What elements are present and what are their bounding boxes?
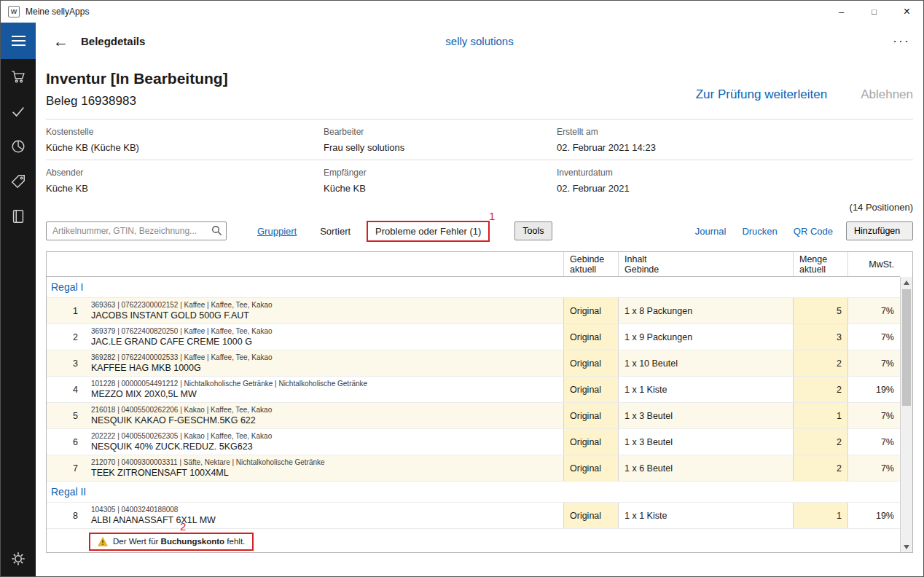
inhalt-cell[interactable]: 1 x 10 Beutel [618, 350, 793, 376]
inhalt-cell[interactable]: 1 x 3 Beutel [618, 429, 793, 455]
article-meta: 369363 | 07622300002152 | Kaffee | Kaffe… [91, 301, 273, 309]
app-window: W Meine sellyApps – □ × ← Belegdetails s… [0, 0, 924, 577]
grouped-toggle[interactable]: Gruppiert [257, 226, 297, 237]
inhalt-cell[interactable]: 1 x 6 Beutel [618, 455, 793, 481]
sidebar [1, 59, 36, 576]
table-row[interactable]: 3369282 | 07622400002533 | Kaffee | Kaff… [47, 350, 900, 377]
menge-cell[interactable]: 1 [793, 403, 847, 428]
scrollbar-track[interactable] [901, 288, 912, 541]
info-row-2: AbsenderKüche KB EmpfängerKüche KB Inven… [46, 160, 913, 200]
table-row[interactable]: 1369363 | 07622300002152 | Kaffee | Kaff… [47, 298, 900, 324]
article-cell: 202222 | 04005500262305 | Kakao | Kaffee… [85, 429, 563, 455]
gebinde-cell[interactable]: Original [563, 403, 618, 428]
group-header: Regal I [47, 277, 900, 298]
vertical-scrollbar[interactable] [900, 277, 912, 552]
journal-link[interactable]: Journal [695, 226, 727, 237]
document-title: Inventur [In Bearbeitung] [46, 70, 228, 87]
menge-cell[interactable]: 2 [793, 429, 847, 455]
field-value: 02. Februar 2021 [557, 183, 913, 194]
article-cell: 369379 | 07622400820250 | Kaffee | Kaffe… [85, 324, 563, 350]
settings-gear-icon[interactable] [9, 550, 27, 568]
toolbar: Gruppiert Sortiert Probleme oder Fehler … [46, 219, 913, 243]
book-icon[interactable] [9, 208, 27, 225]
field-label: Empfänger [324, 168, 557, 178]
gebinde-cell[interactable]: Original [563, 377, 618, 402]
menge-cell[interactable]: 3 [793, 324, 847, 350]
gebinde-cell[interactable]: Original [563, 298, 618, 323]
article-cell: 104305 | 04003240188008ALBI ANANASSAFT 6… [85, 503, 563, 528]
field-value: 02. Februar 2021 14:23 [557, 142, 913, 153]
positions-table: Gebindeaktuell InhaltGebinde Mengeaktuel… [46, 251, 913, 553]
tools-button[interactable]: Tools [514, 221, 552, 240]
annotation-2: 2 [180, 520, 186, 533]
sorted-toggle[interactable]: Sortiert [320, 226, 351, 237]
info-row-1: KostenstelleKüche KB (Küche KB) Bearbeit… [46, 119, 913, 160]
minimize-button[interactable]: – [825, 1, 858, 23]
table-row[interactable]: 8104305 | 04003240188008ALBI ANANASSAFT … [47, 503, 900, 529]
problems-filter-button[interactable]: Probleme oder Fehler (1) [367, 221, 490, 242]
validation-warning: Der Wert für Buchungskonto fehlt. [89, 533, 254, 551]
inhalt-cell[interactable]: 1 x 3 Beutel [618, 403, 793, 428]
menge-cell[interactable]: 1 [793, 503, 847, 528]
mwst-cell: 7% [847, 350, 900, 376]
back-button[interactable]: ← [53, 34, 68, 49]
gebinde-cell[interactable]: Original [563, 455, 618, 481]
inhalt-cell[interactable]: 1 x 1 Kiste [618, 377, 793, 402]
inhalt-cell[interactable]: 1 x 9 Packungen [618, 324, 793, 350]
inhalt-cell[interactable]: 1 x 1 Kiste [618, 503, 793, 528]
article-cell: 212070 | 04009300003311 | Säfte, Nektare… [85, 455, 563, 481]
field-label: Erstellt am [557, 127, 913, 137]
hamburger-menu-button[interactable] [1, 23, 36, 59]
menge-cell[interactable]: 2 [793, 377, 847, 402]
search-icon[interactable] [211, 225, 222, 236]
article-cell: 216018 | 04005500262206 | Kakao | Kaffee… [85, 403, 563, 428]
field-label: Absender [46, 168, 324, 178]
article-cell: 369282 | 07622400002533 | Kaffee | Kaffe… [85, 350, 563, 376]
table-header: Gebindeaktuell InhaltGebinde Mengeaktuel… [47, 252, 900, 277]
header-gebinde: Gebindeaktuell [563, 252, 618, 276]
table-row[interactable]: 5216018 | 04005500262206 | Kakao | Kaffe… [47, 403, 900, 429]
menge-cell[interactable]: 5 [793, 298, 847, 323]
table-row[interactable]: 4101228 | 00000054491212 | Nichtalkoholi… [47, 377, 900, 403]
menge-cell[interactable]: 2 [793, 455, 847, 481]
group-header: Regal II [47, 482, 900, 503]
article-meta: 369379 | 07622400820250 | Kaffee | Kaffe… [91, 327, 273, 335]
menge-cell[interactable]: 2 [793, 350, 847, 376]
row-number: 1 [47, 298, 85, 323]
scroll-down-button[interactable] [901, 541, 912, 552]
scrollbar-thumb[interactable] [902, 289, 911, 406]
window-title: Meine sellyApps [26, 7, 89, 17]
gebinde-cell[interactable]: Original [563, 429, 618, 455]
table-row[interactable]: 2369379 | 07622400820250 | Kaffee | Kaff… [47, 324, 900, 350]
field-value: Küche KB [46, 183, 324, 194]
search-input[interactable] [46, 221, 227, 240]
row-number: 5 [47, 403, 85, 428]
check-icon[interactable] [9, 103, 27, 120]
gebinde-cell[interactable]: Original [563, 503, 618, 528]
annotation-1: 1 [489, 210, 495, 222]
reject-button[interactable]: Ablehnen [861, 87, 913, 102]
gebinde-cell[interactable]: Original [563, 324, 618, 350]
cart-icon[interactable] [9, 68, 27, 85]
more-options-button[interactable]: ··· [893, 34, 910, 49]
forward-for-review-button[interactable]: Zur Prüfung weiterleiten [696, 87, 827, 102]
article-name: TEEK ZITRONENSAFT 100X4ML [91, 468, 229, 478]
table-row[interactable]: 6202222 | 04005500262305 | Kakao | Kaffe… [47, 429, 900, 455]
print-link[interactable]: Drucken [742, 226, 777, 237]
tag-icon[interactable] [9, 173, 27, 190]
titlebar: W Meine sellyApps – □ × [1, 1, 923, 23]
gebinde-cell[interactable]: Original [563, 350, 618, 376]
qr-code-link[interactable]: QR Code [794, 226, 833, 237]
maximize-button[interactable]: □ [858, 1, 890, 23]
scroll-up-button[interactable] [901, 277, 912, 288]
inhalt-cell[interactable]: 1 x 8 Packungen [618, 298, 793, 323]
article-name: KAFFEE HAG MKB 1000G [91, 363, 201, 373]
window-controls: – □ × [825, 1, 923, 23]
mwst-cell: 7% [847, 324, 900, 350]
pie-chart-icon[interactable] [9, 138, 27, 155]
table-row[interactable]: 7212070 | 04009300003311 | Säfte, Nektar… [47, 455, 900, 482]
field-label: Inventurdatum [557, 168, 913, 178]
field-label: Bearbeiter [324, 127, 557, 137]
add-dropdown-button[interactable]: Hinzufügen [846, 221, 913, 240]
close-button[interactable]: × [890, 1, 923, 23]
